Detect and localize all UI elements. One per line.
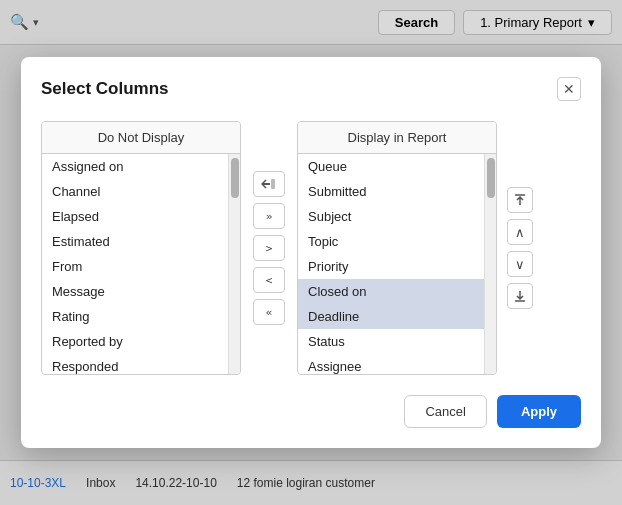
transfer-buttons: » > < « [249,171,289,325]
columns-container: Do Not Display Assigned on Channel Elaps… [41,121,581,375]
move-selected-right-button[interactable]: > [253,235,285,261]
svg-rect-0 [263,183,270,185]
move-selected-left-button[interactable] [253,171,285,197]
display-in-report-list: Queue Submitted Subject Topic Priority C… [298,154,484,374]
modal-title: Select Columns [41,79,169,99]
list-item-selected[interactable]: Deadline [298,304,484,329]
cancel-button[interactable]: Cancel [404,395,486,428]
move-up-button[interactable]: ∧ [507,219,533,245]
modal-overlay: Select Columns ✕ Do Not Display Assigned… [0,0,622,505]
list-item[interactable]: Submitted [298,179,484,204]
order-controls: ∧ ∨ [505,187,535,309]
list-item[interactable]: Assigned on [42,154,228,179]
list-item[interactable]: Assignee [298,354,484,374]
modal-header: Select Columns ✕ [41,77,581,101]
right-scrollbar-thumb [487,158,495,198]
move-bottom-button[interactable] [507,283,533,309]
move-all-left-button[interactable]: « [253,299,285,325]
list-item[interactable]: Channel [42,179,228,204]
list-item[interactable]: Priority [298,254,484,279]
list-item[interactable]: Subject [298,204,484,229]
move-top-button[interactable] [507,187,533,213]
apply-button[interactable]: Apply [497,395,581,428]
modal-footer: Cancel Apply [41,395,581,428]
left-scrollbar-thumb [231,158,239,198]
display-in-report-panel: Display in Report Queue Submitted Subjec… [297,121,497,375]
display-in-report-header: Display in Report [298,122,496,154]
do-not-display-list: Assigned on Channel Elapsed Estimated Fr… [42,154,228,374]
move-down-button[interactable]: ∨ [507,251,533,277]
do-not-display-body: Assigned on Channel Elapsed Estimated Fr… [42,154,240,374]
select-columns-modal: Select Columns ✕ Do Not Display Assigned… [21,57,601,448]
list-item[interactable]: Estimated [42,229,228,254]
left-scrollbar[interactable] [228,154,240,374]
list-item[interactable]: From [42,254,228,279]
list-item[interactable]: Topic [298,229,484,254]
do-not-display-panel: Do Not Display Assigned on Channel Elaps… [41,121,241,375]
list-item[interactable]: Queue [298,154,484,179]
move-selected-left-single-button[interactable]: < [253,267,285,293]
list-item[interactable]: Rating [42,304,228,329]
list-item[interactable]: Message [42,279,228,304]
list-item-selected[interactable]: Closed on [298,279,484,304]
move-all-right-button[interactable]: » [253,203,285,229]
close-button[interactable]: ✕ [557,77,581,101]
display-in-report-body: Queue Submitted Subject Topic Priority C… [298,154,496,374]
list-item[interactable]: Status [298,329,484,354]
do-not-display-header: Do Not Display [42,122,240,154]
list-item[interactable]: Reported by [42,329,228,354]
svg-rect-1 [271,179,275,189]
right-scrollbar[interactable] [484,154,496,374]
list-item[interactable]: Responded [42,354,228,374]
list-item[interactable]: Elapsed [42,204,228,229]
